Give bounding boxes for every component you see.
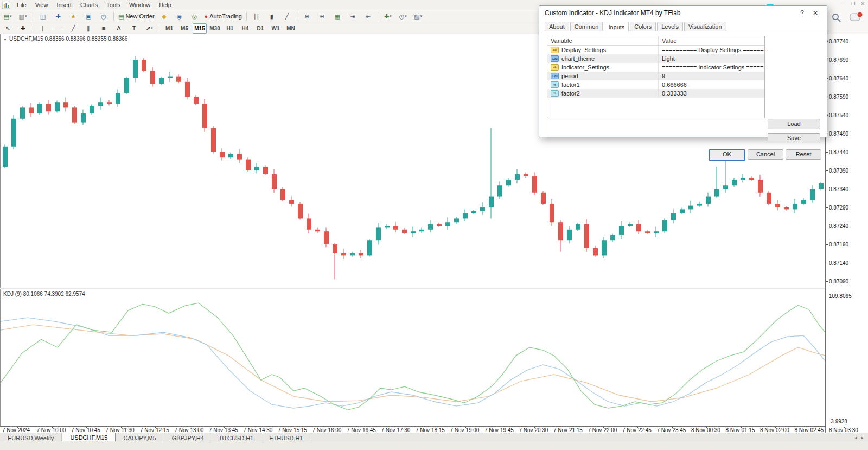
chart-tab-ethusd-h1[interactable]: ETHUSD,H1 (261, 433, 311, 442)
vertical-line-button[interactable]: | (36, 23, 50, 34)
dialog-title-bar[interactable]: Custom Indicator - KDJ Indicator MT4 by … (539, 6, 827, 20)
reset-button[interactable]: Reset (786, 149, 821, 160)
timeframe-mn-button[interactable]: MN (284, 23, 298, 34)
load-button[interactable]: Load (768, 119, 820, 129)
chart-tab-btcusd-h1[interactable]: BTCUSD,H1 (212, 433, 261, 442)
search-icon[interactable] (832, 13, 841, 22)
dialog-tab-about[interactable]: About (545, 22, 569, 31)
zoom-out-button[interactable]: ⊖ (315, 11, 329, 22)
input-row-indicator_settings[interactable]: abIndicator_Settings========== Indicator… (547, 63, 764, 72)
axis-tick (826, 226, 828, 226)
tile-windows-button[interactable]: ▦ (330, 11, 344, 22)
dialog-tab-inputs[interactable]: Inputs (604, 22, 629, 31)
market-watch-button[interactable]: ◫ (36, 11, 50, 22)
menu-item-tools[interactable]: Tools (102, 1, 125, 9)
chart-tab-usdchf-m15[interactable]: USDCHF,M15 (62, 433, 116, 442)
input-row-factor2[interactable]: ½factor20.333333 (547, 89, 764, 98)
chart-shift-button[interactable]: ⇤ (361, 11, 375, 22)
close-icon[interactable]: ✕ (860, 1, 865, 7)
navigator-button[interactable]: ★ (66, 11, 80, 22)
templates-button[interactable]: ▨▾ (411, 11, 425, 22)
menu-item-help[interactable]: Help (155, 1, 176, 9)
param-value[interactable]: Light (659, 54, 764, 63)
axis-tick (362, 427, 362, 428)
minimize-icon[interactable]: — (840, 1, 845, 7)
autotrading-button[interactable]: ●AutoTrading (203, 11, 244, 22)
auto-scroll-button[interactable]: ⇥ (346, 11, 360, 22)
axis-tick (826, 263, 828, 263)
new-chart-button[interactable]: ▤▾ (1, 11, 15, 22)
data-window-button[interactable]: ✚ (51, 11, 65, 22)
text-label-button[interactable]: T (127, 23, 141, 34)
save-button[interactable]: Save (768, 133, 820, 143)
terminal-button[interactable]: ▣ (81, 11, 95, 22)
restore-icon[interactable]: ❐ (851, 1, 855, 7)
axis-tick (52, 427, 53, 428)
chart-tab-cadjpy-m5[interactable]: CADJPY,M5 (116, 433, 164, 442)
menu-item-window[interactable]: Window (125, 1, 155, 9)
fibonacci-button[interactable]: ≡ (97, 23, 111, 34)
metaeditor-button[interactable]: ◆ (157, 11, 171, 22)
help-button[interactable]: ? (795, 9, 809, 17)
dialog-close-icon[interactable]: ✕ (809, 9, 821, 17)
strategy-tester-button[interactable]: ◷ (97, 11, 111, 22)
community-button[interactable]: ◉ (173, 11, 187, 22)
menu-item-file[interactable]: File (12, 1, 31, 9)
price-axis-label: 0.87590 (829, 94, 848, 100)
input-row-display_settings[interactable]: abDisplay_Settings========== Display Set… (547, 46, 764, 54)
kdj-indicator-panel[interactable]: KDJ (9) 80.1066 74.3902 62.9574 (0, 289, 825, 426)
timeframe-h4-button[interactable]: H4 (238, 23, 252, 34)
param-value[interactable]: 9 (659, 72, 764, 80)
menu-item-charts[interactable]: Charts (76, 1, 102, 9)
param-value[interactable]: ========== Indicator Settings ========== (659, 63, 764, 72)
dialog-tab-visualization[interactable]: Visualization (684, 22, 726, 31)
axis-tick (826, 244, 828, 245)
horizontal-line-button[interactable]: — (51, 23, 65, 34)
tile-windows-icon: ▦ (335, 13, 340, 20)
line-chart-button[interactable]: ╱ (280, 11, 294, 22)
timeframe-m1-button[interactable]: M1 (162, 23, 176, 34)
bar-chart-button[interactable]: ∣∣ (250, 11, 264, 22)
profiles-button[interactable]: ▥▾ (16, 11, 30, 22)
menu-item-insert[interactable]: Insert (52, 1, 76, 9)
param-value[interactable]: 0.333333 (659, 89, 764, 98)
cursor-button[interactable]: ↖ (1, 23, 15, 34)
chevron-down-icon[interactable]: ▼ (3, 37, 7, 41)
param-value[interactable]: 0.666666 (659, 80, 764, 89)
timeframe-h1-button[interactable]: H1 (223, 23, 237, 34)
periods-button[interactable]: ◷▾ (396, 11, 410, 22)
timeframe-m30-button[interactable]: M30 (208, 23, 222, 34)
trendline-button[interactable]: ╱ (66, 23, 80, 34)
zoom-in-button[interactable]: ⊕ (300, 11, 314, 22)
axis-tick (86, 427, 87, 428)
chart-tab-eurusd-weekly[interactable]: EURUSD,Weekly (0, 433, 62, 442)
chevron-down-icon: ▾ (420, 14, 423, 18)
ok-button[interactable]: OK (709, 149, 745, 161)
new-order-button[interactable]: ▤New Order (117, 11, 156, 22)
crosshair-button[interactable]: ✚ (16, 23, 30, 34)
param-value[interactable]: ========== Display Settings ========== (659, 46, 764, 54)
menu-item-view[interactable]: View (31, 1, 53, 9)
dialog-tab-colors[interactable]: Colors (630, 22, 656, 31)
dialog-tab-levels[interactable]: Levels (657, 22, 683, 31)
kdj-canvas[interactable] (1, 289, 825, 426)
input-row-factor1[interactable]: ½factor10.666666 (547, 80, 764, 89)
chat-bubble-icon[interactable] (850, 12, 863, 23)
dialog-tab-common[interactable]: Common (570, 22, 603, 31)
chart-tab-gbpjpy-h4[interactable]: GBPJPY,H4 (164, 433, 212, 442)
timeframe-w1-button[interactable]: W1 (269, 23, 283, 34)
timeframe-m5-button[interactable]: M5 (177, 23, 192, 34)
input-row-period[interactable]: 123period9 (547, 72, 764, 80)
shapes-button[interactable]: ↗▾ (142, 23, 156, 34)
cancel-button[interactable]: Cancel (748, 149, 783, 160)
channel-button[interactable]: ∥ (81, 23, 95, 34)
input-row-chart_theme[interactable]: 123chart_themeLight (547, 54, 764, 63)
text-button[interactable]: A (112, 23, 126, 34)
timeframe-d1-button[interactable]: D1 (253, 23, 267, 34)
tab-scroll-right-icon[interactable]: ▸ (861, 435, 864, 440)
indicators-button[interactable]: ✚▾ (381, 11, 395, 22)
timeframe-m15-button[interactable]: M15 (193, 23, 207, 34)
marketplace-button[interactable]: ◎ (188, 11, 202, 22)
tab-scroll-left-icon[interactable]: ◂ (854, 435, 857, 440)
candlestick-chart-button[interactable]: ▮ (265, 11, 279, 22)
